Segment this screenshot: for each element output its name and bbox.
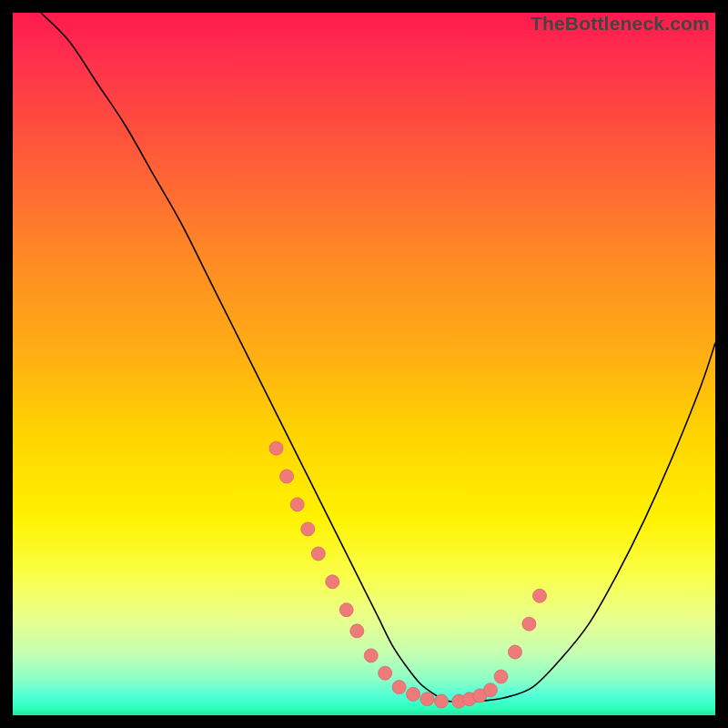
marker-dot	[364, 649, 378, 662]
marker-dot	[301, 522, 315, 536]
marker-dot	[350, 624, 364, 638]
chart-frame: TheBottleneck.com	[0, 0, 728, 728]
marker-dot	[522, 617, 536, 631]
marker-dot	[533, 589, 547, 602]
marker-dot	[280, 470, 294, 483]
marker-dot	[290, 498, 304, 511]
marker-dot	[407, 687, 420, 701]
marker-dot	[392, 681, 406, 694]
marker-dot	[434, 694, 448, 708]
marker-dot	[311, 547, 325, 561]
bottleneck-curve	[41, 13, 715, 702]
marker-dot	[420, 693, 434, 706]
marker-dot	[269, 441, 283, 455]
marker-dot	[508, 645, 521, 659]
marker-dot	[494, 670, 508, 683]
marker-dot	[326, 575, 339, 589]
chart-svg	[13, 13, 715, 715]
plot-area: TheBottleneck.com	[13, 13, 715, 715]
marker-dot	[483, 683, 497, 697]
marker-dot	[379, 666, 392, 680]
marker-dot	[339, 603, 353, 617]
